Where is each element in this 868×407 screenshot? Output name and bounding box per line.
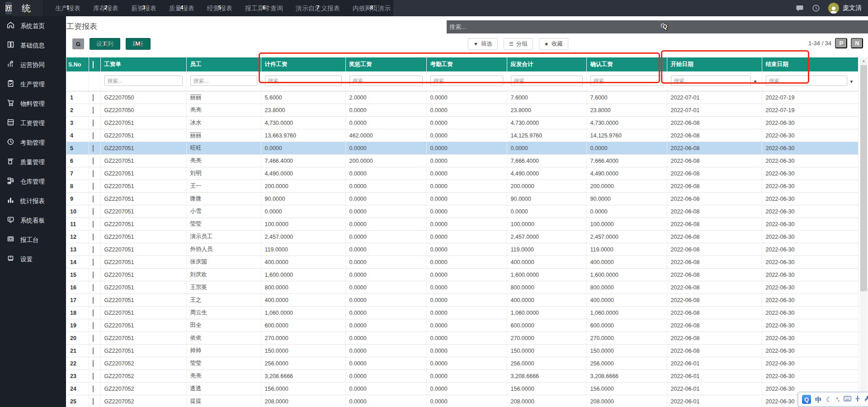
cell-checkbox[interactable]	[89, 180, 100, 193]
cell-checkbox[interactable]	[89, 307, 100, 319]
user-name[interactable]: 庞文清	[843, 4, 862, 12]
cell-checkbox[interactable]	[89, 269, 100, 281]
column-header-start_date[interactable]: 开始日期	[667, 57, 762, 71]
checkbox-icon[interactable]	[93, 221, 94, 228]
checkbox-icon[interactable]	[93, 233, 94, 241]
hint-button-g[interactable]: G	[72, 38, 84, 49]
activity-clock-icon[interactable]	[812, 4, 820, 12]
cell-checkbox[interactable]	[89, 231, 100, 243]
sidebar-item-1[interactable]: 系统首页	[0, 16, 66, 36]
checkbox-icon[interactable]	[93, 373, 94, 380]
table-row[interactable]: 1GZ2207050丽丽5.60002.00000.00007.60007.60…	[66, 91, 858, 104]
sidebar-item-5[interactable]: 物料管理	[0, 94, 66, 114]
checkbox-icon[interactable]	[93, 335, 94, 342]
sidebar-item-7[interactable]: 考勤管理	[0, 133, 66, 152]
table-row[interactable]: 22GZ2207052莹莹256.00000.00000.0000256.000…	[66, 357, 858, 370]
cell-checkbox[interactable]	[89, 193, 100, 205]
table-row[interactable]: 2GZ2207050亮亮23.80000.00000.000023.800023…	[66, 104, 858, 117]
table-row[interactable]: 11GZ2207051莹莹100.00000.00000.0000100.000…	[66, 218, 858, 231]
checkbox-icon[interactable]	[93, 246, 94, 253]
table-row[interactable]: 10GZ2207051小雪0.00000.00000.00000.00000.0…	[66, 205, 858, 218]
sidebar-item-3[interactable]: 运营协同	[0, 55, 66, 75]
checkbox-icon[interactable]	[93, 195, 94, 203]
tab-8[interactable]: 内嵌网页演示8	[346, 0, 397, 16]
cell-checkbox[interactable]	[89, 357, 100, 370]
scroll-up-arrow[interactable]: ▲	[860, 57, 868, 64]
chevron-down-icon[interactable]: ▼	[849, 79, 854, 84]
table-row[interactable]: 7GZ2207051刘明4,490.00000.00000.00004,490.…	[66, 167, 858, 180]
cell-checkbox[interactable]	[89, 117, 100, 129]
ime-keyboard-icon[interactable]	[844, 395, 851, 403]
table-row[interactable]: 24GZ2207052透透156.00000.00000.0000156.000…	[66, 383, 858, 395]
refresh-button[interactable]: 刷新 M	[126, 38, 151, 50]
sidebar-item-10[interactable]: 统计报表	[0, 191, 66, 211]
cell-checkbox[interactable]	[89, 142, 100, 155]
global-search-bar[interactable]: 搜索... Q	[447, 20, 868, 33]
cell-checkbox[interactable]	[89, 155, 100, 167]
table-row[interactable]: 8GZ2207051王一200.00000.00000.0000200.0000…	[66, 180, 858, 193]
tab-4[interactable]: 质量报表4	[163, 0, 201, 16]
checkbox-icon[interactable]	[93, 297, 94, 304]
cell-checkbox[interactable]	[89, 256, 100, 269]
checkbox-icon[interactable]	[93, 145, 94, 152]
tab-2[interactable]: 库存报表2	[87, 0, 125, 16]
tab-6[interactable]: 报工异常查询6	[239, 0, 289, 16]
cell-checkbox[interactable]	[89, 167, 100, 180]
table-row[interactable]: 9GZ2207051微微90.00000.00000.000090.000090…	[66, 193, 858, 205]
cell-checkbox[interactable]	[89, 319, 100, 332]
checkbox-icon[interactable]	[93, 61, 94, 68]
table-row[interactable]: 21GZ2207051帅帅150.00000.00000.0000150.000…	[66, 345, 858, 357]
table-row[interactable]: 19GZ2207051田全600.00000.00000.0000600.000…	[66, 319, 858, 332]
cell-checkbox[interactable]	[89, 332, 100, 345]
table-row[interactable]: 23GZ2207052亮亮3,208.66660.00000.00003,208…	[66, 370, 858, 383]
tab-7[interactable]: 演示自定义报表7	[289, 0, 346, 16]
column-header-payroll[interactable]: 工资单	[100, 57, 186, 71]
checkbox-icon[interactable]	[93, 107, 94, 114]
column-header-end_date[interactable]: 结束日期	[762, 57, 858, 71]
ime-split-icon[interactable]	[855, 395, 860, 403]
checkbox-icon[interactable]	[93, 347, 94, 355]
cell-checkbox[interactable]	[89, 205, 100, 218]
select-all-checkbox[interactable]	[89, 57, 100, 71]
cell-checkbox[interactable]	[89, 383, 100, 395]
checkbox-icon[interactable]	[93, 119, 94, 127]
cell-checkbox[interactable]	[89, 218, 100, 231]
group-by-button[interactable]: ☰ 分组	[504, 38, 533, 50]
set-columns-button[interactable]: 设置列 I	[90, 38, 120, 50]
cell-checkbox[interactable]	[89, 370, 100, 383]
cell-checkbox[interactable]	[89, 104, 100, 117]
cell-checkbox[interactable]	[89, 281, 100, 294]
sidebar-item-8[interactable]: 质量管理	[0, 152, 66, 172]
column-header-employee[interactable]: 员工	[186, 57, 261, 71]
tab-1[interactable]: 生产报表1	[49, 0, 87, 16]
table-row[interactable]: 3GZ2207051冰水4,730.00000.00000.00004,730.…	[66, 117, 858, 129]
checkbox-icon[interactable]	[93, 398, 94, 405]
column-search-input-bonus_wage[interactable]	[349, 76, 423, 86]
next-page-button[interactable]: N	[851, 38, 863, 48]
tab-5[interactable]: 经营报表5	[201, 0, 239, 16]
sidebar-item-13[interactable]: 设置	[0, 250, 66, 269]
sidebar-item-9[interactable]: 仓库管理	[0, 172, 66, 191]
messages-icon[interactable]	[796, 4, 804, 12]
sidebar-item-2[interactable]: 基础信息	[0, 36, 66, 55]
cell-checkbox[interactable]	[89, 91, 100, 104]
favorites-button[interactable]: ★ 收藏	[539, 38, 568, 50]
ime-logo-icon[interactable]: Q	[802, 395, 811, 404]
column-header-sno[interactable]: S.No	[66, 57, 89, 71]
column-search-input-payable_total[interactable]	[511, 76, 583, 86]
table-row[interactable]: 25GZ2207052提提208.00000.00000.0000208.000…	[66, 395, 858, 407]
table-row[interactable]: 5GZ2207051旺旺0.00000.00000.00000.00000.00…	[66, 142, 858, 155]
checkbox-icon[interactable]	[93, 309, 94, 317]
checkbox-icon[interactable]	[93, 94, 94, 101]
ime-punctuation-icon[interactable]: °,	[836, 397, 839, 402]
table-row[interactable]: 16GZ2207051王宗英800.00000.00000.0000800.00…	[66, 281, 858, 294]
prev-page-button[interactable]: P	[835, 38, 847, 48]
cell-checkbox[interactable]	[89, 294, 100, 307]
column-search-input-end_date[interactable]	[766, 76, 847, 86]
column-header-piece_wage[interactable]: 计件工资	[261, 57, 345, 71]
ime-wrench-icon[interactable]	[864, 395, 868, 403]
checkbox-icon[interactable]	[93, 183, 94, 190]
sidebar-item-4[interactable]: 生产管理	[0, 75, 66, 94]
column-header-attendance_wage[interactable]: 考勤工资	[426, 57, 507, 71]
column-header-confirmed_wage[interactable]: 确认工资	[586, 57, 667, 71]
